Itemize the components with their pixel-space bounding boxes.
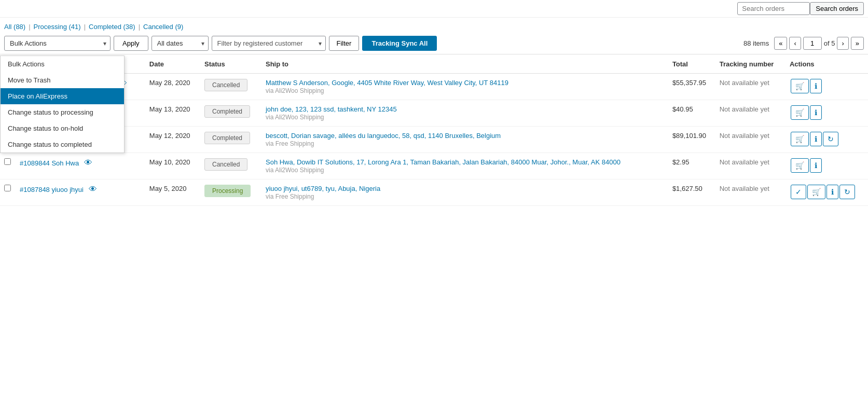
cart-icon-1[interactable]: 🛒 [791,105,809,120]
tracking-sync-button[interactable]: Tracking Sync All [362,36,437,51]
table-row: #1089844 Soh Hwa 👁May 10, 2020CancelledS… [0,153,868,179]
tab-all[interactable]: All (88) [4,21,25,33]
order-link-3[interactable]: #1089844 Soh Hwa [20,159,79,167]
menu-item-status-processing[interactable]: Change status to processing [1,104,124,120]
ship-via-2: via Free Shipping [266,140,314,147]
cart-icon-3[interactable]: 🛒 [791,158,809,173]
status-badge-2: Completed [204,132,250,144]
ship-to-cell-1: john doe, 123, 123 ssd, tashkent, NY 123… [261,100,668,127]
table-row: #1087848 yiuoo jhyui 👁May 5, 2020Process… [0,179,868,206]
next-page-button[interactable]: › [837,37,848,50]
ship-to-cell-0: Matthew S Anderson, Google, 4405 White R… [261,74,668,100]
ship-to-cell-4: yiuoo jhyui, ut6789, tyu, Abuja, Nigeria… [261,179,668,206]
total-cell-3: $2.95 [668,153,715,179]
menu-item-status-completed[interactable]: Change status to completed [1,136,124,153]
pagination: 88 items « ‹ of 5 › » [743,37,864,50]
total-cell-2: $89,101.90 [668,127,715,153]
ship-to-name-4[interactable]: yiuoo jhyui, ut6789, tyu, Abuja, Nigeria [266,185,380,192]
status-badge-0: Cancelled [204,79,247,91]
date-filter-select[interactable]: All dates [151,36,209,51]
cart-icon-4[interactable]: 🛒 [807,185,825,199]
customer-filter-select[interactable]: Filter by registered customer [212,36,326,51]
bulk-actions-dropdown[interactable]: Bulk Actions Move to Trash Place on AliE… [4,36,111,51]
header-total-col: Total [668,54,715,74]
info-icon-2[interactable]: ℹ [810,132,822,146]
status-badge-4: Processing [204,185,251,197]
header-status-col: Status [200,54,261,74]
customer-filter-dropdown[interactable]: Filter by registered customer ▾ [212,36,326,51]
status-badge-1: Completed [204,105,250,118]
orders-table: Date Status Ship to Total Tracking numbe… [0,54,868,206]
total-cell-4: $1,627.50 [668,179,715,206]
row-checkbox-4[interactable] [4,185,11,191]
last-page-button[interactable]: » [851,37,864,50]
search-row: Search orders [0,0,868,18]
date-cell-4: May 5, 2020 [145,179,200,206]
tracking-cell-2: Not available yet [715,127,786,153]
cart-icon-2[interactable]: 🛒 [791,132,809,146]
bulk-actions-select[interactable]: Bulk Actions Move to Trash Place on AliE… [4,36,111,51]
ship-to-name-3[interactable]: Soh Hwa, Dowib IT Solutions, 17, Lorong … [266,158,621,166]
filter-tabs: All (88) | Processing (41) | Completed (… [0,18,868,33]
search-orders-button[interactable]: Search orders [810,2,864,15]
prev-page-button[interactable]: ‹ [789,37,801,50]
table-row: #1090830 Dorian savage 👁May 12, 2020Comp… [0,127,868,153]
ship-via-0: via Ali2Woo Shipping [266,87,324,94]
view-icon-4[interactable]: 👁 [89,185,97,193]
page-number-input[interactable] [803,37,822,50]
info-icon-3[interactable]: ℹ [810,158,822,173]
ship-to-name-2[interactable]: bescott, Dorian savage, allées du langue… [266,132,501,140]
info-icon-4[interactable]: ℹ [826,185,838,199]
ship-via-3: via Ali2Woo Shipping [266,167,324,174]
status-badge-3: Cancelled [204,158,247,171]
date-filter-dropdown[interactable]: All dates ▾ [151,36,209,51]
menu-item-status-onhold[interactable]: Change status to on-hold [1,120,124,136]
apply-button[interactable]: Apply [114,36,148,51]
total-cell-0: $55,357.95 [668,74,715,100]
tab-processing[interactable]: Processing (41) [34,21,81,33]
view-icon-3[interactable]: 👁 [84,158,92,167]
search-input[interactable] [737,2,810,15]
total-cell-1: $40.95 [668,100,715,127]
tracking-cell-1: Not available yet [715,100,786,127]
actions-cell-4: ✓🛒ℹ↻ [786,179,868,206]
tab-completed[interactable]: Completed (38) [89,21,135,33]
table-header-row: Date Status Ship to Total Tracking numbe… [0,54,868,74]
tracking-cell-4: Not available yet [715,179,786,206]
table-row: #1090832 john doe 👁May 13, 2020Completed… [0,100,868,127]
ship-to-name-1[interactable]: john doe, 123, 123 ssd, tashkent, NY 123… [266,105,397,113]
check-icon-4[interactable]: ✓ [791,185,806,199]
order-link-4[interactable]: #1087848 yiuoo jhyui [20,186,84,193]
toolbar: Bulk Actions Move to Trash Place on AliE… [0,33,868,54]
actions-cell-0: 🛒ℹ [786,74,868,100]
actions-cell-2: 🛒ℹ↻ [786,127,868,153]
actions-cell-3: 🛒ℹ [786,153,868,179]
ship-to-name-0[interactable]: Matthew S Anderson, Google, 4405 White R… [266,79,508,87]
header-tracking-col: Tracking number [715,54,786,74]
date-cell-3: May 10, 2020 [145,153,200,179]
refresh-icon-2[interactable]: ↻ [823,132,838,146]
tracking-cell-0: Not available yet [715,74,786,100]
menu-item-move-trash[interactable]: Move to Trash [1,72,124,88]
menu-item-bulk-actions[interactable]: Bulk Actions [1,56,124,72]
row-checkbox-3[interactable] [4,158,11,165]
info-icon-1[interactable]: ℹ [810,105,822,120]
menu-item-place-aliexpress[interactable]: Place on AliExpress [1,88,124,104]
ship-to-cell-2: bescott, Dorian savage, allées du langue… [261,127,668,153]
actions-cell-1: 🛒ℹ [786,100,868,127]
ship-to-cell-3: Soh Hwa, Dowib IT Solutions, 17, Lorong … [261,153,668,179]
first-page-button[interactable]: « [774,37,787,50]
table-row: #1093335 Matthew S Anderson 👁May 28, 202… [0,74,868,100]
header-shipto-col: Ship to [261,54,668,74]
info-icon-0[interactable]: ℹ [810,79,822,93]
page-of-label: of 5 [824,39,835,47]
tab-cancelled[interactable]: Cancelled (9) [143,21,183,33]
bulk-actions-menu: Bulk Actions Move to Trash Place on AliE… [0,56,125,153]
ship-via-1: via Ali2Woo Shipping [266,114,324,121]
refresh-icon-4[interactable]: ↻ [839,185,855,199]
cart-icon-0[interactable]: 🛒 [791,79,809,93]
items-count: 88 items [743,39,769,47]
filter-button[interactable]: Filter [329,36,360,51]
date-cell-0: May 28, 2020 [145,74,200,100]
ship-via-4: via Free Shipping [266,193,314,200]
